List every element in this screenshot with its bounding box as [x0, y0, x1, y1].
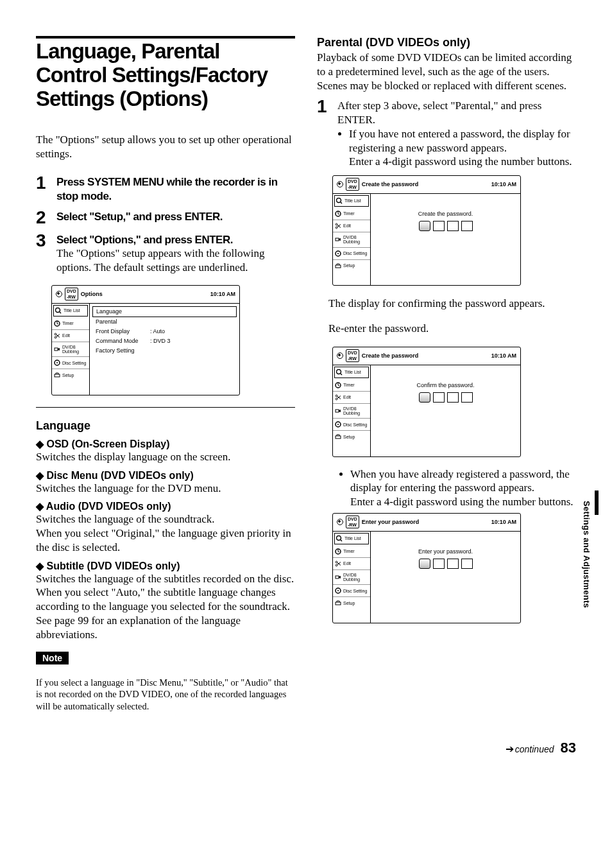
note-text: If you select a language in "Disc Menu,"…	[36, 677, 295, 713]
step-number: 1	[36, 173, 56, 204]
sidebar-label: Setup	[62, 373, 74, 378]
osd-body: Title List Timer Edit DV/D8 Dubbing Disc…	[333, 194, 520, 285]
svg-point-9	[337, 198, 341, 203]
sidebar-item: Disc Setting	[333, 585, 370, 597]
sidebar-label: Timer	[343, 383, 355, 387]
sidebar-label: DV/D8 Dubbing	[343, 235, 368, 245]
svg-point-27	[337, 535, 341, 540]
sidebar-item: Edit	[333, 558, 370, 570]
password-entry	[373, 559, 518, 569]
step-number: 2	[36, 207, 56, 227]
disc-icon	[335, 587, 341, 594]
title-rule	[36, 36, 295, 39]
record-icon	[56, 291, 62, 297]
step-text: Select "Setup," and press ENTER.	[56, 207, 295, 227]
step-number: 1	[317, 96, 337, 171]
intro-text: The "Options" setup allows you to set up…	[36, 133, 295, 161]
svg-line-1	[60, 312, 61, 313]
list-icon	[336, 535, 343, 542]
osd-body: Title List Timer Edit DV/D8 Dubbing Disc…	[333, 365, 520, 456]
sidebar-item: Edit	[52, 330, 89, 342]
bullet-text: If you have not entered a password, the …	[349, 128, 570, 154]
osd-header: DVD-RW Options 10:10 AM	[52, 286, 239, 304]
svg-rect-5	[55, 348, 58, 351]
list-icon	[336, 369, 343, 376]
diamond-heading: Disc Menu (DVD VIDEOs only)	[36, 469, 295, 482]
sidebar-label: DV/D8 Dubbing	[343, 573, 368, 582]
password-digit[interactable]	[433, 392, 445, 403]
sidebar-label: Setup	[343, 601, 355, 605]
sidebar-item: Edit	[333, 392, 370, 404]
password-digit[interactable]	[433, 221, 445, 231]
body-text: Re-enter the password.	[328, 322, 576, 336]
password-digit[interactable]	[419, 392, 430, 403]
note-badge: Note	[36, 652, 69, 664]
osd-main: Create the password.	[371, 194, 520, 285]
osd-sidebar: Title List Timer Edit DV/D8 Dubbing Disc…	[333, 532, 371, 623]
sidebar-item: DV/D8 Dubbing	[333, 570, 370, 586]
password-digit[interactable]	[433, 559, 445, 569]
scissors-icon	[335, 560, 341, 567]
password-digit[interactable]	[419, 559, 430, 569]
record-icon	[337, 519, 343, 525]
svg-rect-14	[336, 238, 339, 241]
svg-rect-32	[336, 576, 339, 578]
osd-main: Language Parental Front DisplayAuto Comm…	[90, 304, 239, 395]
sidebar-item: Edit	[333, 220, 370, 232]
sidebar-label: Disc Setting	[343, 589, 367, 593]
osd-option: Command ModeDVD 3	[92, 336, 237, 346]
sidebar-label: Setup	[343, 435, 355, 439]
sidebar-label: Disc Setting	[343, 251, 367, 256]
sidebar-item: DV/D8 Dubbing	[333, 232, 370, 248]
svg-rect-23	[336, 410, 339, 412]
password-digit[interactable]	[447, 559, 459, 569]
osd-header: DVD-RW Create the password 10:10 AM	[333, 347, 520, 365]
password-digit[interactable]	[461, 221, 473, 231]
disc-icon	[54, 360, 60, 366]
sidebar-item: Setup	[333, 597, 370, 609]
step: 1 After step 3 above, select "Parental,"…	[317, 96, 576, 171]
osd-enter-password: DVD-RW Enter your password 10:10 AM Titl…	[332, 513, 521, 623]
side-tab: Settings and Adjustments	[582, 501, 593, 642]
osd-header: DVD-RW Enter your password 10:10 AM	[333, 514, 520, 532]
step: 3 Select "Options," and press ENTER. The…	[36, 230, 295, 275]
list-icon	[336, 198, 343, 204]
bullet-text: Enter a 4-digit password using the numbe…	[349, 155, 572, 168]
bullet-item: When you have already registered a passw…	[350, 467, 576, 509]
sidebar-item: Title List	[334, 195, 369, 207]
osd-main: Enter your password.	[371, 532, 520, 623]
page: Settings and Adjustments Language, Paren…	[0, 0, 612, 868]
camera-icon	[335, 574, 341, 580]
bullet-list: When you have already registered a passw…	[339, 467, 576, 509]
osd-header: DVD-RW Create the password 10:10 AM	[333, 176, 520, 194]
sidebar-item: Disc Setting	[333, 419, 370, 431]
sidebar-label: Title List	[344, 536, 361, 541]
osd-option: Factory Setting	[92, 346, 237, 356]
dvd-badge: DVD-RW	[65, 288, 78, 300]
password-digit[interactable]	[419, 221, 430, 231]
osd-option-label: Language	[96, 308, 122, 315]
svg-rect-17	[336, 265, 341, 268]
password-digit[interactable]	[461, 559, 473, 569]
sidebar-label: Title List	[344, 198, 361, 203]
sidebar-label: DV/D8 Dubbing	[62, 345, 87, 354]
page-title: Language, Parental Control Settings/Fact…	[36, 40, 295, 111]
clock-icon	[335, 382, 341, 388]
sidebar-item: Timer	[333, 546, 370, 558]
osd-title: Create the password	[362, 181, 489, 187]
scissors-icon	[335, 394, 341, 401]
osd-confirm-password: DVD-RW Create the password 10:10 AM Titl…	[332, 347, 521, 457]
sidebar-label: Edit	[62, 333, 70, 338]
dvd-badge: DVD-RW	[346, 349, 359, 362]
sidebar-label: Edit	[343, 395, 351, 399]
step-body: The "Options" setup appears with the fol…	[56, 247, 295, 275]
password-digit[interactable]	[461, 392, 473, 403]
password-entry	[373, 221, 518, 231]
osd-option: Front DisplayAuto	[92, 327, 237, 336]
password-digit[interactable]	[447, 392, 459, 403]
camera-icon	[335, 408, 341, 414]
password-digit[interactable]	[447, 221, 459, 231]
language-heading: Language	[36, 419, 295, 433]
osd-option-value: DVD 3	[150, 338, 171, 344]
osd-sidebar: Title List Timer Edit DV/D8 Dubbing Disc…	[52, 304, 90, 395]
